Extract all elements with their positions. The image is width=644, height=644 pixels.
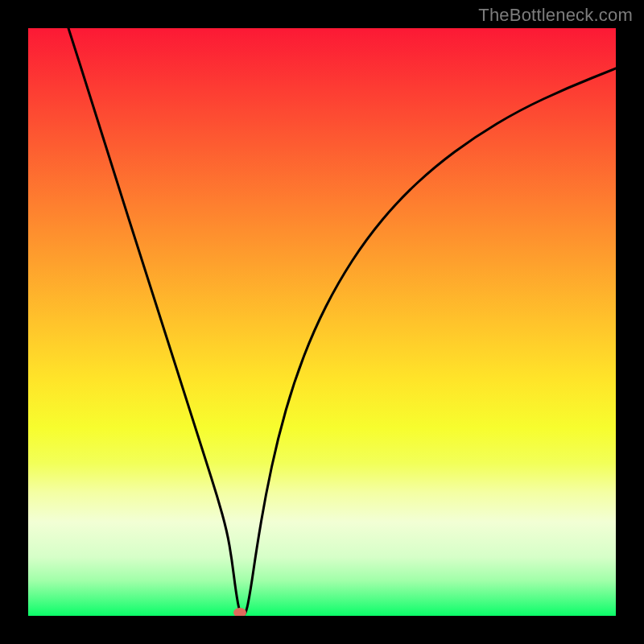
chart-frame: TheBottleneck.com [0,0,644,644]
gradient-background [28,28,616,616]
plot-area [28,28,616,616]
watermark-text: TheBottleneck.com [478,5,633,26]
